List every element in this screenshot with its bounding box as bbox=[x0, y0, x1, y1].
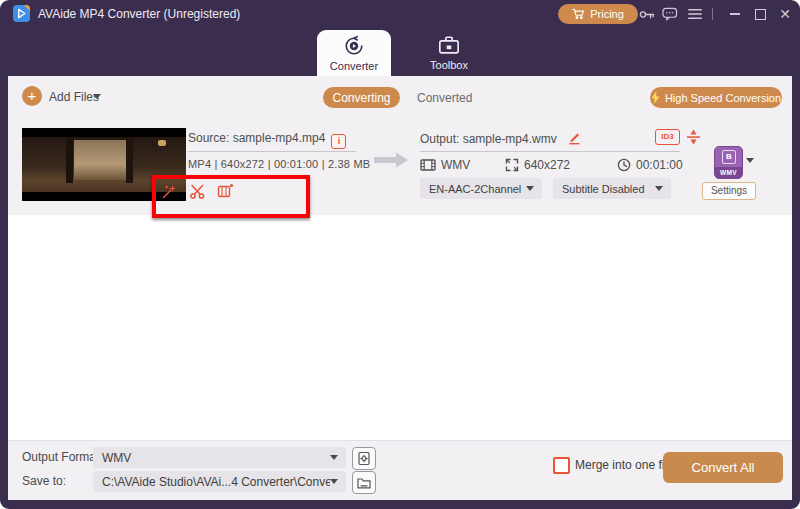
app-title: AVAide MP4 Converter (Unregistered) bbox=[38, 7, 240, 21]
output-duration-value: 00:01:00 bbox=[636, 158, 683, 172]
lightning-icon bbox=[651, 91, 660, 104]
save-to-path: C:\AVAide Studio\AVAi...4 Converter\Conv… bbox=[93, 475, 330, 489]
gear-file-icon bbox=[357, 451, 371, 466]
info-icon[interactable]: i bbox=[331, 134, 346, 149]
minimize-button[interactable] bbox=[726, 6, 744, 22]
add-files-plus-icon[interactable]: + bbox=[22, 86, 42, 106]
output-resolution-value: 640x272 bbox=[524, 158, 570, 172]
output-duration-cell: 00:01:00 bbox=[617, 158, 683, 172]
maximize-button[interactable] bbox=[751, 6, 769, 22]
toolbox-icon bbox=[438, 35, 460, 56]
feedback-chat-icon[interactable] bbox=[661, 6, 679, 22]
chevron-down-icon bbox=[330, 479, 338, 484]
tab-converted[interactable]: Converted bbox=[417, 91, 472, 105]
output-filename: Output: sample-mp4.wmv bbox=[420, 131, 581, 146]
tab-converter[interactable]: Converter bbox=[317, 30, 391, 76]
source-filename: Source: sample-mp4.mp4i bbox=[188, 131, 346, 149]
format-settings-button[interactable] bbox=[352, 447, 376, 470]
output-format-value: WMV bbox=[441, 158, 470, 172]
tab-converter-label: Converter bbox=[330, 60, 378, 72]
tab-toolbox[interactable]: Toolbox bbox=[412, 30, 486, 76]
convert-all-button[interactable]: Convert All bbox=[663, 452, 783, 483]
output-resolution-cell: 640x272 bbox=[505, 158, 570, 172]
chevron-down-icon bbox=[526, 186, 534, 191]
audio-track-value: EN-AAC-2Channel bbox=[420, 183, 526, 195]
menu-hamburger-icon[interactable] bbox=[686, 6, 704, 22]
tab-converting[interactable]: Converting bbox=[323, 87, 400, 108]
output-profile-badge[interactable]: B WMV bbox=[714, 146, 743, 179]
app-window: AVAide MP4 Converter (Unregistered) Pric… bbox=[0, 0, 800, 509]
high-speed-label: High Speed Conversion bbox=[665, 92, 781, 104]
tab-toolbox-label: Toolbox bbox=[430, 59, 468, 71]
output-format-label: Output Format: bbox=[22, 450, 103, 464]
cart-icon bbox=[572, 8, 585, 20]
app-logo-icon bbox=[13, 5, 30, 22]
rename-pencil-icon[interactable] bbox=[567, 131, 581, 145]
subtitle-value: Subtitle Disabled bbox=[553, 183, 655, 195]
save-to-label: Save to: bbox=[22, 474, 66, 488]
titlebar-divider bbox=[712, 8, 713, 20]
annotation-highlight bbox=[152, 175, 310, 218]
source-meta: MP4 | 640x272 | 00:01:00 | 2.38 MB bbox=[188, 158, 370, 170]
converter-icon bbox=[343, 35, 365, 57]
resolution-expand-icon bbox=[505, 158, 519, 172]
profile-badge-format: WMV bbox=[715, 167, 742, 178]
subtitle-dropdown[interactable]: Subtitle Disabled bbox=[553, 178, 671, 199]
output-format-select[interactable]: WMV bbox=[93, 447, 346, 468]
audio-track-dropdown[interactable]: EN-AAC-2Channel bbox=[420, 178, 542, 199]
pricing-button[interactable]: Pricing bbox=[558, 4, 638, 24]
pricing-label: Pricing bbox=[590, 8, 624, 20]
source-divider bbox=[188, 151, 356, 152]
browse-folder-button[interactable] bbox=[352, 471, 376, 494]
profile-caret-icon[interactable] bbox=[746, 158, 754, 163]
merge-label: Merge into one file bbox=[575, 458, 674, 472]
chevron-down-icon bbox=[330, 455, 338, 460]
close-button[interactable]: ✕ bbox=[776, 6, 794, 22]
film-icon bbox=[420, 158, 436, 172]
clock-icon bbox=[617, 158, 631, 172]
register-key-icon[interactable] bbox=[638, 6, 656, 22]
output-format-cell: WMV bbox=[420, 158, 470, 172]
high-speed-conversion-button[interactable]: High Speed Conversion bbox=[650, 87, 782, 108]
id3-tag-icon[interactable]: ID3 bbox=[655, 129, 680, 145]
arrow-right-icon bbox=[372, 150, 410, 174]
settings-button[interactable]: Settings bbox=[702, 182, 756, 200]
add-files-button[interactable]: Add Files bbox=[49, 90, 99, 104]
profile-badge-letter: B bbox=[722, 150, 736, 164]
merge-checkbox[interactable] bbox=[553, 457, 570, 474]
titlebar: AVAide MP4 Converter (Unregistered) Pric… bbox=[0, 0, 800, 28]
add-files-caret-icon[interactable] bbox=[93, 94, 101, 99]
folder-icon bbox=[357, 477, 371, 489]
output-format-select-value: WMV bbox=[93, 451, 330, 465]
save-to-select[interactable]: C:\AVAide Studio\AVAi...4 Converter\Conv… bbox=[93, 471, 346, 492]
file-list-empty-area bbox=[8, 215, 792, 440]
split-merge-icon[interactable] bbox=[684, 128, 702, 146]
chevron-down-icon bbox=[655, 186, 663, 191]
output-divider bbox=[420, 151, 680, 152]
